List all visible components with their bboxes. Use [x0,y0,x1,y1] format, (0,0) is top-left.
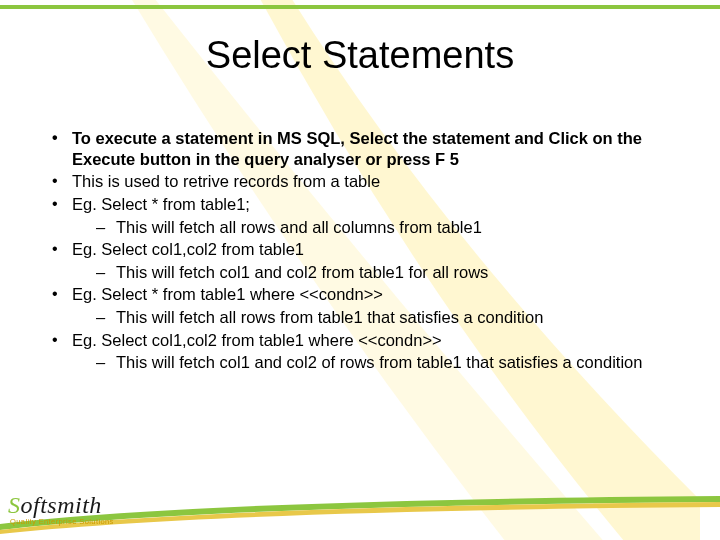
bullet-text: Eg. Select * from table1 where <<condn>> [72,285,383,303]
slide-title: Select Statements [0,34,720,77]
subbullet-select-all-explain: This will fetch all rows and all columns… [72,217,680,238]
subbullet-where-explain: This will fetch all rows from table1 tha… [72,307,680,328]
slide-body: To execute a statement in MS SQL, Select… [46,128,680,375]
softsmith-logo: Softsmith Quality Enterprise Solutions [8,492,114,526]
subbullet-select-cols-explain: This will fetch col1 and col2 from table… [72,262,680,283]
bullet-example-where-cols: Eg. Select col1,col2 from table1 where <… [46,330,680,373]
bullet-text: Eg. Select col1,col2 from table1 where <… [72,331,442,349]
bullet-example-where: Eg. Select * from table1 where <<condn>>… [46,284,680,327]
bullet-execute-instruction: To execute a statement in MS SQL, Select… [46,128,680,169]
bullet-text: Eg. Select * from table1; [72,195,250,213]
logo-wordmark: Softsmith [8,492,114,519]
bullet-example-select-all: Eg. Select * from table1; This will fetc… [46,194,680,237]
top-accent-bar [0,5,720,9]
bullet-example-select-cols: Eg. Select col1,col2 from table1 This wi… [46,239,680,282]
subbullet-where-cols-explain: This will fetch col1 and col2 of rows fr… [72,352,680,373]
bullet-text: Eg. Select col1,col2 from table1 [72,240,304,258]
logo-tagline: Quality Enterprise Solutions [8,517,114,526]
bullet-usage: This is used to retrive records from a t… [46,171,680,192]
